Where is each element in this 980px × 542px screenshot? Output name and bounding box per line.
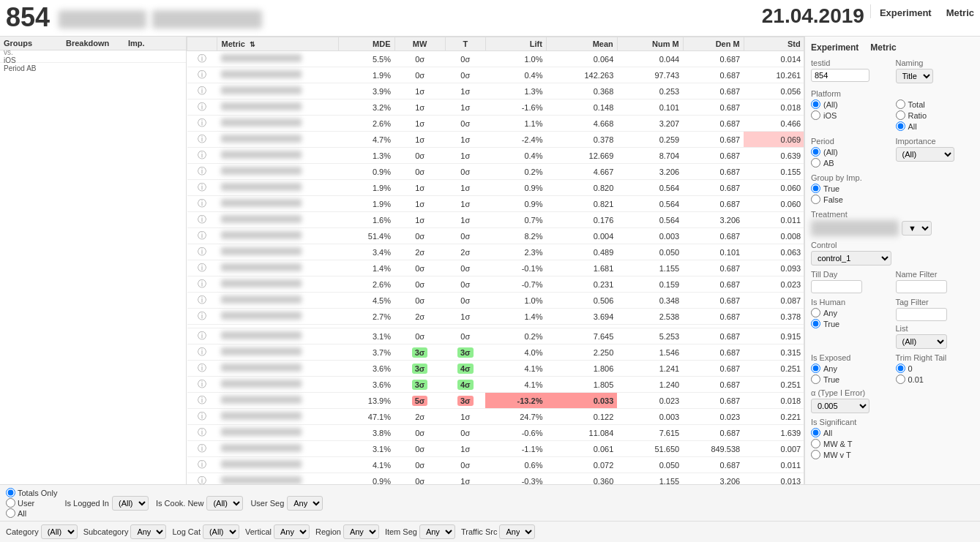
table-row: ⓘ1.3%0σ1σ0.4%12.6698.7040.6870.639⚠ xyxy=(187,148,804,164)
info-icon-cell: ⓘ xyxy=(187,328,217,345)
traffic-src-select[interactable]: Any xyxy=(499,524,535,539)
till-day-input[interactable] xyxy=(811,280,862,293)
tag-filter-label: Tag Filter xyxy=(896,298,975,306)
main-container: 854 21.04.2019 Experiment Metric Groups xyxy=(0,0,980,542)
treatment-dropdown[interactable]: ▼ xyxy=(902,221,932,236)
info-icon-cell: ⓘ xyxy=(187,473,217,485)
platform-all-item[interactable]: (All) xyxy=(811,99,890,109)
control-select[interactable]: control_1 xyxy=(811,251,891,266)
std-cell: 0.014 xyxy=(744,51,804,67)
all-metric-radio-item[interactable]: All xyxy=(896,121,975,131)
mw-cell: 3σ xyxy=(394,345,445,361)
vertical-select[interactable]: Any xyxy=(274,524,310,539)
metric-cell xyxy=(217,99,339,116)
totals-only-radio[interactable]: Totals Only xyxy=(6,488,57,497)
metric-cell xyxy=(217,196,339,212)
numm-cell: 8.704 xyxy=(617,148,683,164)
std-cell: 0.069 xyxy=(744,132,804,148)
numm-cell: 3.207 xyxy=(617,116,683,132)
item-seg-select[interactable]: Any xyxy=(419,524,455,539)
period-ab-item[interactable]: AB xyxy=(811,158,890,168)
is-exposed-any[interactable]: Any xyxy=(811,364,890,373)
numm-cell: 97.743 xyxy=(617,67,683,83)
t-cell: 4σ xyxy=(445,361,485,377)
mean-cell: 4.667 xyxy=(546,164,617,180)
mw-cell: 0σ xyxy=(394,276,445,293)
testid-input[interactable] xyxy=(811,69,869,82)
is-cook-new-select[interactable]: (All)YesNo xyxy=(206,496,243,511)
tag-filter-input[interactable] xyxy=(896,308,947,321)
mde-cell: 1.3% xyxy=(339,148,394,164)
trim-0[interactable]: 0 xyxy=(896,364,975,373)
denm-cell: 0.687 xyxy=(683,132,744,148)
denm-cell: 849.538 xyxy=(683,441,744,457)
sig-mwvt[interactable]: MW v T xyxy=(811,450,974,459)
is-logged-in-label: Is Logged In xyxy=(64,499,109,508)
list-select[interactable]: (All) xyxy=(896,334,947,349)
denm-cell: 0.687 xyxy=(683,345,744,361)
alpha-select[interactable]: 0.005 xyxy=(811,399,869,413)
numm-cell: 0.564 xyxy=(617,196,683,212)
is-exposed-true[interactable]: True xyxy=(811,374,890,384)
t-cell: 3σ xyxy=(445,345,485,361)
mw-cell: 1σ xyxy=(394,132,445,148)
user-seg-select[interactable]: Any xyxy=(287,496,323,511)
mde-cell: 1.9% xyxy=(339,196,394,212)
table-row: ⓘ3.8%0σ0σ-0.6%11.0847.6150.6871.639⚠ xyxy=(187,425,804,441)
sig-all[interactable]: All xyxy=(811,428,974,437)
mw-cell: 0σ xyxy=(394,441,445,457)
platform-ios-item[interactable]: iOS xyxy=(811,110,890,120)
is-human-any[interactable]: Any xyxy=(811,308,890,317)
info-icon-cell: ⓘ xyxy=(187,361,217,377)
trim-001[interactable]: 0.01 xyxy=(896,374,975,384)
sig-mwt[interactable]: MW & T xyxy=(811,439,974,448)
mean-cell: 0.489 xyxy=(546,244,617,260)
bottom-bar-1: Totals Only User All Is Logged In (All)Y… xyxy=(0,484,980,521)
numm-cell: 0.564 xyxy=(617,180,683,196)
naming-select[interactable]: Title xyxy=(896,69,933,83)
is-human-radio: Any True xyxy=(811,308,890,328)
metric-cell xyxy=(217,393,339,409)
name-filter-input[interactable] xyxy=(896,280,947,293)
info-icon-cell: ⓘ xyxy=(187,425,217,441)
denm-cell: 0.687 xyxy=(683,116,744,132)
all-radio[interactable]: All xyxy=(6,508,57,518)
info-icon-cell: ⓘ xyxy=(187,83,217,99)
group-imp-true-item[interactable]: True xyxy=(811,184,974,193)
lift-cell: -0.7% xyxy=(485,276,546,293)
trim-radio: 0 0.01 xyxy=(896,364,975,384)
user-radio[interactable]: User xyxy=(6,498,57,508)
lift-cell: -1.1% xyxy=(485,441,546,457)
category-select[interactable]: (All) xyxy=(41,524,78,539)
metric-cell xyxy=(217,276,339,293)
is-cook-new-filter: Is Cook. New (All)YesNo xyxy=(156,496,243,511)
mde-cell: 3.6% xyxy=(339,361,394,377)
table-row: ⓘ3.9%1σ1σ1.3%0.3680.2530.6870.056⚠ xyxy=(187,83,804,99)
metric-cell xyxy=(217,441,339,457)
numm-cell: 0.259 xyxy=(617,132,683,148)
log-cat-select[interactable]: (All) xyxy=(203,524,239,539)
group-imp-false-item[interactable]: False xyxy=(811,195,974,204)
subcategory-select[interactable]: Any xyxy=(130,524,166,539)
total-radio-item[interactable]: Total xyxy=(896,99,975,109)
numm-cell: 1.241 xyxy=(617,361,683,377)
denm-cell: 3.206 xyxy=(683,473,744,485)
info-icon-cell: ⓘ xyxy=(187,180,217,196)
t-cell: 2σ xyxy=(445,244,485,260)
t-cell: 1σ xyxy=(445,148,485,164)
period-label: Period xyxy=(811,137,890,146)
ratio-radio-item[interactable]: Ratio xyxy=(896,110,975,120)
denm-cell: 0.687 xyxy=(683,361,744,377)
period-all-item[interactable]: (All) xyxy=(811,147,890,157)
group-ios: iOS xyxy=(4,56,66,64)
is-human-true[interactable]: True xyxy=(811,319,890,328)
importance-select[interactable]: (All) xyxy=(896,147,954,162)
region-select[interactable]: Any xyxy=(343,524,379,539)
is-logged-in-select[interactable]: (All)YesNo xyxy=(112,496,149,511)
std-cell: 0.008 xyxy=(744,228,804,244)
mean-cell: 0.061 xyxy=(546,441,617,457)
metric-cell xyxy=(217,309,339,325)
t-cell: 0σ xyxy=(445,260,485,276)
metric-cell xyxy=(217,328,339,345)
denm-cell: 0.687 xyxy=(683,293,744,309)
